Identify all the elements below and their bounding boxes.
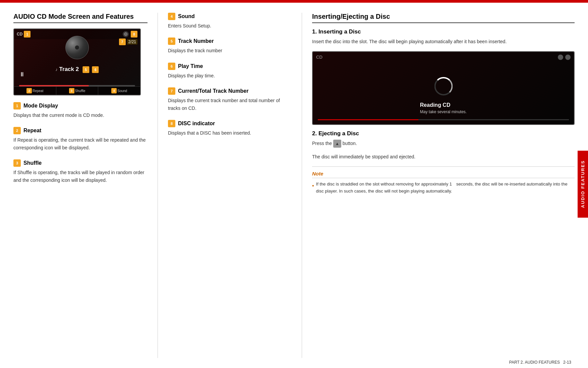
feature-current-total: 7 Current/Total Track Number Displays th… xyxy=(168,87,292,112)
feature-6-desc: Displays the play time. xyxy=(168,72,292,79)
right-section-title: Inserting/Ejecting a Disc xyxy=(312,13,575,23)
feature-6-header: 6 Play Time xyxy=(168,63,292,70)
reading-screen-icons xyxy=(558,55,571,60)
badge-1: 1 xyxy=(24,31,31,38)
feature-repeat: 2 Repeat If Repeat is operating, the cur… xyxy=(13,127,148,151)
repeat-control: 2 Repeat xyxy=(14,87,56,95)
eject-button-icon: ▲ xyxy=(333,140,341,148)
note-title: Note xyxy=(312,171,575,178)
side-tab-label: AUDIO FEATURES xyxy=(580,160,585,208)
feature-3-desc: If Shuffle is operating, the tracks will… xyxy=(13,169,148,184)
reading-progress-fill xyxy=(318,119,418,120)
note-item: • If the disc is straddled on the slot w… xyxy=(312,181,575,195)
reading-cd-label: CD xyxy=(316,55,322,60)
reading-text-area: Reading CD May take several minutes. xyxy=(420,102,467,114)
badge-label-2: 2 xyxy=(13,127,21,134)
feature-2-title: Repeat xyxy=(23,128,41,134)
reading-icon-1 xyxy=(558,55,563,60)
feature-3-title: Shuffle xyxy=(23,160,42,166)
feature-5-desc: Displays the track number xyxy=(168,47,292,54)
note-text: If the disc is straddled on the slot wit… xyxy=(316,181,575,195)
svg-point-1 xyxy=(125,34,126,35)
reading-text: Reading CD xyxy=(420,102,467,108)
side-tab: AUDIO FEATURES xyxy=(578,151,588,218)
screen-top-right: 8 xyxy=(123,31,137,38)
reading-spinner xyxy=(434,77,453,95)
reading-subtext: May take several minutes. xyxy=(420,109,467,114)
middle-column: 4 Sound Enters Sound Setup. 5 Track Numb… xyxy=(158,13,302,358)
left-section-title: AUDIO CD Mode Screen and Features xyxy=(13,13,148,23)
ejecting-text: Press the ▲ button. xyxy=(312,140,575,148)
inserting-desc: Insert the disc into the slot. The disc … xyxy=(312,38,575,46)
badge-label-5: 5 xyxy=(168,38,175,45)
right-column: Inserting/Ejecting a Disc 1. Inserting a… xyxy=(302,13,575,358)
feature-4-desc: Enters Sound Setup. xyxy=(168,22,292,29)
cd-disc xyxy=(65,36,89,59)
shuffle-control: 3 Shuffle xyxy=(56,87,99,95)
reading-icon-2 xyxy=(565,55,571,60)
feature-mode-display: 1 Mode Display Displays that the current… xyxy=(13,102,148,119)
note-bullet: • xyxy=(312,181,314,190)
feature-shuffle: 3 Shuffle If Shuffle is operating, the t… xyxy=(13,159,148,184)
pause-icon: ⏸ xyxy=(19,71,25,78)
badge-label-6: 6 xyxy=(168,63,175,70)
reading-cd-screen: CD Reading CD May take several minutes. xyxy=(312,51,575,125)
screen-icon-8 xyxy=(123,31,129,37)
feature-8-desc: Displays that a DISC has been inserted. xyxy=(168,129,292,137)
feature-play-time: 6 Play Time Displays the play time. xyxy=(168,63,292,79)
note-section: Note • If the disc is straddled on the s… xyxy=(312,166,575,195)
cd-screen: CD 1 8 7 2/21 xyxy=(13,28,141,95)
reading-spinner-area xyxy=(434,77,453,95)
badge-label-1: 1 xyxy=(13,102,21,109)
eject-desc2: button. xyxy=(343,141,357,146)
feature-7-desc: Displays the current track number and to… xyxy=(168,97,292,112)
badge-8: 8 xyxy=(131,31,137,38)
badge-6: 6 xyxy=(92,66,99,73)
inserting-subtitle: 1. Inserting a Disc xyxy=(312,28,575,35)
screen-cd-label: CD xyxy=(17,32,22,36)
feature-4-title: Sound xyxy=(178,13,195,19)
feature-5-title: Track Number xyxy=(178,38,214,44)
feature-8-header: 8 DISC indicator xyxy=(168,120,292,127)
badge-label-7: 7 xyxy=(168,87,175,95)
feature-1-header: 1 Mode Display xyxy=(13,102,148,109)
track-number-screen: ♪ Track 2 5 6 xyxy=(55,66,99,73)
badge-label-3: 3 xyxy=(13,159,21,167)
badge-label-8: 8 xyxy=(168,120,175,127)
feature-1-title: Mode Display xyxy=(23,103,58,109)
top-bar xyxy=(0,0,588,3)
pause-control: ⏸ xyxy=(19,71,25,78)
reading-progress xyxy=(318,119,569,120)
footer-page: 2-13 xyxy=(563,360,571,365)
page-footer: PART 2. AUDIO FEATURES 2-13 xyxy=(509,360,571,365)
feature-5-header: 5 Track Number xyxy=(168,38,292,45)
feature-disc-indicator: 8 DISC indicator Displays that a DISC ha… xyxy=(168,120,292,137)
feature-8-title: DISC indicator xyxy=(178,121,215,127)
feature-sound: 4 Sound Enters Sound Setup. xyxy=(168,13,292,29)
repeat-label: Repeat xyxy=(33,89,43,93)
feature-3-header: 3 Shuffle xyxy=(13,159,148,167)
cd-screen-inner: CD 1 8 7 2/21 xyxy=(14,29,140,95)
left-column: AUDIO CD Mode Screen and Features CD 1 8 xyxy=(13,13,158,358)
reading-screen-inner: CD Reading CD May take several minutes. xyxy=(313,52,574,124)
eject-icon: ▲ xyxy=(335,140,339,147)
footer-label: PART 2. AUDIO FEATURES xyxy=(509,360,560,365)
feature-1-desc: Displays that the current mode is CD mod… xyxy=(13,112,148,119)
badge-3: 3 xyxy=(69,88,74,93)
cd-controls: 2 Repeat 3 Shuffle 4 Sound xyxy=(14,86,140,95)
track-counter: 2/21 xyxy=(127,39,137,45)
shuffle-label: Shuffle xyxy=(75,89,85,93)
feature-track-number: 5 Track Number Displays the track number xyxy=(168,38,292,54)
badge-7: 7 xyxy=(119,39,126,45)
track-display: Track 2 xyxy=(59,66,79,72)
eject-desc1: Press the xyxy=(312,141,332,146)
feature-2-desc: If Repeat is operating, the current trac… xyxy=(13,136,148,151)
sound-label: Sound xyxy=(117,89,127,93)
badge-4: 4 xyxy=(111,88,117,93)
badge-2: 2 xyxy=(26,88,32,93)
feature-7-title: Current/Total Track Number xyxy=(178,88,248,94)
ejecting-subtitle: 2. Ejecting a Disc xyxy=(312,130,575,137)
feature-2-header: 2 Repeat xyxy=(13,127,148,134)
sound-control: 4 Sound xyxy=(98,87,140,95)
feature-4-header: 4 Sound xyxy=(168,13,292,20)
